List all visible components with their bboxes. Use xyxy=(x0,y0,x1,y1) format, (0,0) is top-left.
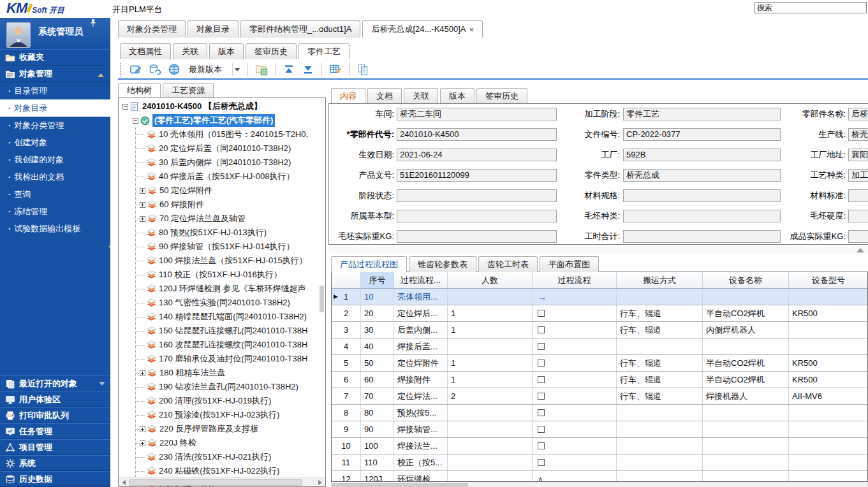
sidebar-section[interactable]: 系统 xyxy=(0,455,110,471)
sidebar-item[interactable]: 查询 xyxy=(0,185,110,203)
transport-cell[interactable]: 行车、辊道 xyxy=(617,372,703,388)
tree-node-operation[interactable]: 170 磨轴承位及油封位(同2401010-T38H xyxy=(136,352,325,366)
transport-cell[interactable] xyxy=(617,454,703,470)
sidebar-item[interactable]: 创建对象 xyxy=(0,134,110,151)
table-row[interactable]: 880预热(按5... xyxy=(332,405,867,421)
tree-node-operation[interactable]: 150 钻琵琶孔连接螺孔(同2401010-T38H xyxy=(136,324,325,338)
table-row[interactable]: 330后盖内侧...1行车、辊道内侧焊机器人 xyxy=(332,322,867,338)
seq-cell[interactable]: 80 xyxy=(361,405,394,421)
model-cell[interactable]: AII-MV6 xyxy=(789,388,868,404)
equipment-cell[interactable] xyxy=(703,454,789,470)
copy-document-button[interactable] xyxy=(355,62,371,77)
operation-cell[interactable]: 校正（按5... xyxy=(394,454,448,470)
tree-node-operation[interactable]: 160 攻琵琶孔连接螺纹(同2401010-T38H xyxy=(136,338,325,352)
people-cell[interactable]: 1 xyxy=(448,355,533,371)
people-cell[interactable] xyxy=(448,338,533,354)
tree-node-operation[interactable]: 30 后盖内侧焊（同2401010-T38H2) xyxy=(136,156,325,170)
flow-cell[interactable] xyxy=(533,322,617,338)
form-field-input[interactable] xyxy=(623,230,781,243)
people-cell[interactable]: 1 xyxy=(448,322,533,338)
row-selector-cell[interactable]: 12 xyxy=(332,471,361,482)
transport-cell[interactable] xyxy=(617,438,703,454)
pin-icon[interactable] xyxy=(90,18,96,27)
view-tab[interactable]: 关联 xyxy=(173,43,207,59)
operation-cell[interactable]: 壳体领用... xyxy=(394,289,448,305)
seq-cell[interactable]: 100 xyxy=(361,438,394,454)
detail-tab[interactable]: 内容 xyxy=(331,88,365,103)
sidebar-item[interactable]: 对象分类管理 xyxy=(0,117,110,134)
flow-checkbox[interactable] xyxy=(538,343,545,350)
equipment-cell[interactable] xyxy=(703,289,789,305)
tree-node-operation[interactable]: 140 精镗琵琶孔端面(同2401010-T38H2) xyxy=(136,310,325,324)
tree-node-process[interactable]: (零件工艺)零件工艺(汽车零部件) xyxy=(121,113,325,127)
transport-cell[interactable]: 行车、辊道 xyxy=(617,388,703,404)
version-selector[interactable]: 最新版本 xyxy=(186,63,241,76)
flow-cell[interactable] xyxy=(533,338,617,354)
sidebar-section[interactable]: 任务管理 xyxy=(0,423,110,439)
equipment-cell[interactable]: 半自动CO2焊机 xyxy=(703,372,789,388)
collapse-bottom-button[interactable] xyxy=(300,62,316,77)
model-cell[interactable] xyxy=(789,289,868,305)
tree-expander-icon[interactable] xyxy=(122,104,128,110)
tree-node-operation[interactable]: 110 校正（按51XF-HJ-016执行） xyxy=(136,268,325,282)
tree-node-operation[interactable]: 200 清理(按51XF-HJ-019执行) xyxy=(136,394,325,408)
people-cell[interactable]: 1 xyxy=(448,372,533,388)
collapse-top-button[interactable] xyxy=(281,62,297,77)
equipment-cell[interactable] xyxy=(703,471,789,482)
bottom-tab[interactable]: 平面布置图 xyxy=(540,256,599,272)
row-selector-cell[interactable]: 4 xyxy=(332,338,361,354)
table-row[interactable]: 660焊接附件1行车、辊道半自动CO2焊机KR500 xyxy=(332,372,867,388)
form-field-input[interactable] xyxy=(397,189,557,202)
model-cell[interactable] xyxy=(789,405,868,421)
operation-cell[interactable]: 焊接法兰... xyxy=(394,438,448,454)
form-field-input[interactable]: 零件工艺 xyxy=(623,108,781,120)
flow-cell[interactable] xyxy=(533,454,617,470)
sidebar-item[interactable]: 我检出的文档 xyxy=(0,168,110,185)
tree-node-operation[interactable]: 80 预热(按51XF-HJ-013执行) xyxy=(136,226,325,240)
tree-node-operation[interactable]: 230 清洗(按51XF-HJ-021执行) xyxy=(136,450,325,464)
tree-expander-icon[interactable] xyxy=(140,202,145,208)
tree-node-operation[interactable]: 130 气密性实验(同2401010-T38H2) xyxy=(136,296,325,310)
people-cell[interactable] xyxy=(448,454,533,470)
operation-cell[interactable]: 定位焊后... xyxy=(394,305,448,321)
row-selector-cell[interactable]: 3 xyxy=(332,322,361,338)
equipment-cell[interactable]: 焊接机器人 xyxy=(703,388,789,404)
table-row[interactable]: 220定位焊后...1行车、辊道半自动CO2焊机KR500 xyxy=(332,305,867,322)
table-row[interactable]: 10100焊接法兰... xyxy=(332,438,867,454)
form-field-input[interactable] xyxy=(848,210,868,222)
equipment-cell[interactable] xyxy=(703,338,789,354)
tree-expander-icon[interactable] xyxy=(133,118,138,124)
flow-cell[interactable] xyxy=(533,305,617,321)
table-row[interactable]: 990焊接轴管... xyxy=(332,421,867,438)
edit-document-button[interactable] xyxy=(128,62,143,77)
collapse-section-icon[interactable] xyxy=(98,73,104,77)
sidebar-item[interactable]: 冻结管理 xyxy=(0,203,110,220)
tree-node-operation[interactable]: 10 壳体领用（015图号：2401015-T2H0, xyxy=(136,127,325,142)
transport-cell[interactable] xyxy=(617,421,703,437)
view-tab[interactable]: 版本 xyxy=(209,43,244,59)
folder-table-button[interactable] xyxy=(254,62,269,77)
tree-node-operation[interactable]: 180 粗精车法兰盘 xyxy=(136,366,325,380)
detail-tab[interactable]: 版本 xyxy=(440,88,474,103)
version-dropdown-arrow-icon[interactable] xyxy=(232,63,241,76)
flow-cell[interactable] xyxy=(533,438,617,454)
equipment-cell[interactable] xyxy=(703,421,789,437)
tree-node-operation[interactable]: 90 焊接轴管（按51XF-HJ-014执行） xyxy=(136,240,325,254)
model-cell[interactable] xyxy=(789,471,868,482)
form-field-input[interactable] xyxy=(848,189,868,202)
form-field-input[interactable]: CP-2022-0377 xyxy=(623,128,781,141)
form-field-input[interactable] xyxy=(397,230,557,243)
operation-cell[interactable]: 预热(按5... xyxy=(394,405,448,421)
form-field-input[interactable] xyxy=(397,210,557,222)
flow-checkbox[interactable] xyxy=(538,376,545,383)
flow-cell[interactable] xyxy=(533,421,617,437)
model-cell[interactable] xyxy=(789,421,868,437)
splitter-collapse-icon[interactable] xyxy=(857,248,864,252)
tree-node-root[interactable]: 2401010-K4500 【后桥壳总成】 xyxy=(121,99,325,113)
table-column-header[interactable]: 人数 xyxy=(448,272,533,288)
global-search-input[interactable] xyxy=(754,2,867,13)
transport-cell[interactable] xyxy=(617,338,703,354)
model-cell[interactable] xyxy=(789,438,868,454)
row-selector-cell[interactable]: 9 xyxy=(332,421,361,437)
table-row[interactable]: 550定位焊附件1行车、辊道半自动CO2焊机KR500 xyxy=(332,355,867,372)
